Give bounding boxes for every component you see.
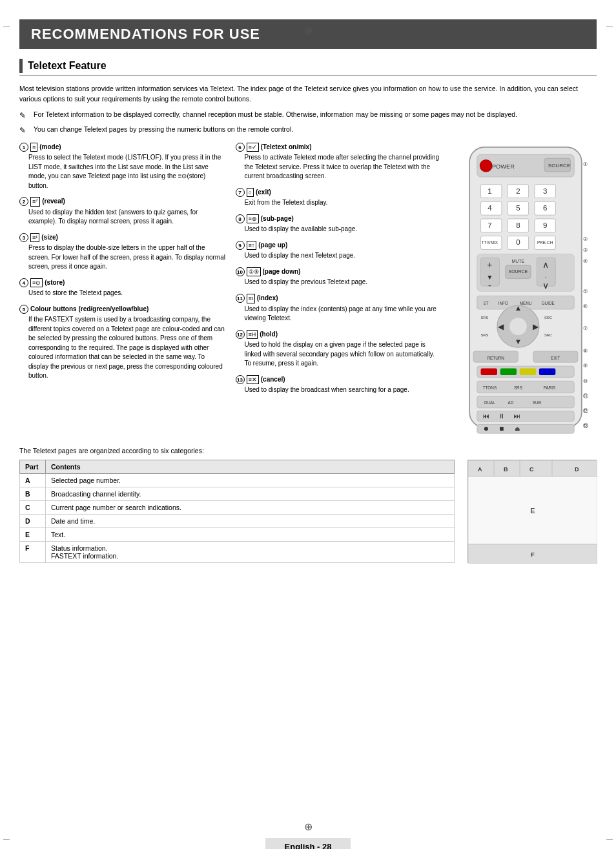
feature-icon-1: ≡	[30, 143, 37, 152]
feature-icon-4: ≡⊙	[30, 278, 43, 288]
table-cell-part-b: B	[20, 487, 46, 501]
feature-body-4: Used to store the Teletext pages.	[28, 289, 226, 298]
bottom-area: Part Contents A Selected page number. B …	[19, 460, 597, 563]
svg-text:5: 5	[516, 204, 520, 212]
feature-title-8: (sub-page)	[261, 214, 294, 224]
svg-text:1: 1	[488, 187, 491, 194]
note-icon-2: ✎	[19, 125, 30, 136]
feature-num-13: 13	[236, 375, 245, 384]
svg-text:⑬: ⑬	[583, 422, 588, 428]
svg-rect-64	[500, 368, 517, 374]
svg-text:SRS: SRS	[481, 332, 489, 336]
svg-text:+: +	[487, 260, 492, 270]
feature-icon-3: ≡¹	[30, 233, 39, 243]
svg-text:7: 7	[488, 221, 491, 229]
feature-3: 3 ≡¹ (size) Press to display the double-…	[19, 233, 226, 272]
remote-control-area: POWER TV SOURCE 1 2 3	[455, 143, 597, 436]
svg-text:⏹: ⏹	[498, 425, 504, 431]
table-row: F Status information.FASTEXT information…	[20, 542, 455, 563]
corner-mark-bl: —	[3, 835, 10, 843]
table-cell-part-d: D	[20, 515, 46, 528]
svg-text:POWER: POWER	[492, 163, 515, 170]
svg-point-49	[509, 317, 528, 335]
svg-text:⑦: ⑦	[583, 325, 588, 331]
svg-text:∨: ∨	[542, 280, 549, 290]
feature-title-3: (size)	[41, 233, 58, 243]
page-wrapper: — — ⊕ RECOMMENDATIONS FOR USE Teletext F…	[0, 19, 616, 849]
table-cell-content-c: Current page number or search indication…	[46, 501, 455, 515]
feature-icon-7: ○	[247, 188, 254, 198]
svg-text:3: 3	[543, 187, 547, 194]
svg-text:B: B	[504, 466, 508, 473]
svg-text:④: ④	[583, 258, 588, 264]
svg-point-4	[480, 159, 492, 172]
feature-10: 10 ①⑤ (page down) Used to display the pr…	[236, 267, 442, 287]
page-number-box: English - 28	[265, 838, 351, 849]
feature-num-10: 10	[236, 267, 245, 276]
svg-text:INFO: INFO	[498, 301, 508, 305]
table-cell-part-e: E	[20, 528, 46, 542]
feature-title-2: (reveal)	[42, 197, 65, 207]
feature-body-3: Press to display the double-size letters…	[28, 243, 226, 272]
svg-text:SRS: SRS	[481, 316, 489, 320]
svg-text:6: 6	[543, 204, 547, 212]
feature-title-10: (page down)	[263, 267, 301, 277]
svg-rect-75	[477, 411, 575, 421]
corner-mark-tl: —	[3, 23, 10, 30]
feature-body-12: Used to hold the display on a given page…	[245, 340, 442, 369]
table-cell-part-f: F	[20, 542, 46, 563]
svg-text:⏭: ⏭	[514, 413, 520, 420]
svg-text:▶: ▶	[533, 323, 539, 331]
feature-7: 7 ○ (exit) Exit from the Teletext displa…	[236, 188, 442, 208]
feature-5: 5 Colour buttons (red/green/yellow/blue)…	[19, 305, 226, 381]
table-cell-content-f: Status information.FASTEXT information.	[46, 542, 455, 563]
svg-text:SOURCE: SOURCE	[548, 163, 571, 169]
svg-rect-65	[520, 368, 536, 374]
feature-num-9: 9	[236, 241, 245, 250]
feature-icon-6: ≡✓	[247, 143, 259, 152]
svg-text:⑨: ⑨	[583, 363, 588, 369]
section-title: Teletext Feature	[28, 60, 107, 72]
feature-num-8: 8	[236, 214, 245, 223]
page-number: English - 28	[285, 842, 332, 849]
feature-9: 9 ≡↑ (page up) Used to display the next …	[236, 241, 442, 261]
feature-num-11: 11	[236, 294, 245, 303]
feature-icon-9: ≡↑	[247, 241, 257, 251]
table-row: B Broadcasting channel identity.	[20, 487, 455, 501]
svg-text:①: ①	[583, 161, 588, 167]
svg-text:⑧: ⑧	[583, 348, 588, 354]
table-cell-part-c: C	[20, 501, 46, 515]
section-accent	[19, 59, 23, 73]
svg-text:MUTE: MUTE	[512, 259, 525, 263]
top-cross-mark: ⊕	[304, 25, 313, 37]
svg-text:⑩: ⑩	[583, 378, 588, 384]
table-row: E Text.	[20, 528, 455, 542]
features-left-col: 1 ≡ (mode) Press to select the Teletext …	[19, 143, 226, 402]
table-cell-content-b: Broadcasting channel identity.	[46, 487, 455, 501]
feature-1: 1 ≡ (mode) Press to select the Teletext …	[19, 143, 226, 191]
feature-body-11: Used to display the index (contents) pag…	[245, 305, 442, 323]
feature-body-7: Exit from the Teletext display.	[245, 198, 442, 208]
remote-control-svg: POWER TV SOURCE 1 2 3	[455, 143, 597, 436]
feature-body-13: Used to display the broadcast when searc…	[245, 385, 442, 395]
svg-text:9: 9	[543, 221, 547, 229]
feature-body-9: Used to display the next Teletext page.	[245, 251, 442, 261]
main-content: Teletext Feature Most television station…	[19, 49, 597, 573]
feature-6: 6 ≡✓ (Teletext on/mix) Press to activate…	[236, 143, 442, 181]
feature-title-12: (hold)	[260, 330, 278, 340]
feature-12: 12 ≡H (hold) Used to hold the display on…	[236, 330, 442, 369]
svg-text:8: 8	[516, 221, 520, 229]
svg-text:PRE-CH: PRE-CH	[537, 240, 553, 245]
svg-rect-79	[477, 424, 575, 433]
feature-icon-10: ①⑤	[247, 267, 261, 277]
feature-title-13: (cancel)	[261, 375, 285, 385]
svg-text:⏺: ⏺	[483, 425, 489, 431]
two-col-layout: 1 ≡ (mode) Press to select the Teletext …	[19, 143, 597, 436]
feature-title-7: (exit)	[256, 188, 271, 198]
features-grid: 1 ≡ (mode) Press to select the Teletext …	[19, 143, 442, 402]
category-table: Part Contents A Selected page number. B …	[19, 460, 455, 563]
feature-title-1: (mode)	[39, 143, 61, 152]
feature-num-7: 7	[236, 188, 245, 197]
svg-text:2: 2	[516, 187, 520, 194]
feature-title-11: (index)	[257, 294, 278, 303]
